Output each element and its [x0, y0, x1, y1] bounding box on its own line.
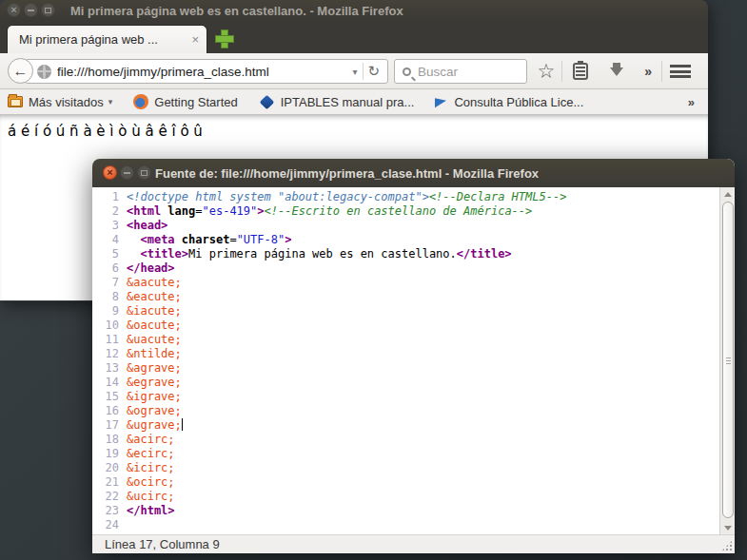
- navigation-toolbar: ← file:///home/jimmy/primera_clase.html …: [0, 53, 708, 89]
- line-number: 21: [92, 475, 119, 490]
- maximize-icon: [45, 8, 51, 13]
- scroll-down-icon[interactable]: [720, 521, 735, 534]
- wing-favicon: [435, 96, 446, 108]
- code-line: 22&ucirc;: [92, 490, 719, 504]
- code-line: 23</html>: [92, 504, 719, 518]
- url-bar[interactable]: file:///home/jimmy/primera_clase.html ▾ …: [25, 59, 388, 84]
- line-number: 6: [92, 261, 119, 276]
- tab-close-icon[interactable]: ×: [191, 32, 199, 47]
- code-line: 11&uacute;: [92, 333, 719, 347]
- maximize-button[interactable]: [137, 165, 151, 180]
- code-line: 19&ecirc;: [92, 447, 719, 461]
- code-text: &oacute;: [127, 319, 182, 333]
- syntax-tag: <meta: [140, 233, 174, 246]
- bookmark-iptables[interactable]: IPTABLES manual pra...: [259, 95, 415, 109]
- search-box[interactable]: Buscar: [394, 59, 527, 84]
- syntax-entity: &ograve;: [127, 404, 182, 417]
- new-tab-button[interactable]: [215, 29, 234, 48]
- code-text: &ugrave;: [127, 418, 183, 433]
- bookmark-label: Más visitados: [29, 95, 104, 109]
- code-text: </html>: [127, 504, 175, 518]
- scrollbar-thumb[interactable]: [722, 202, 734, 518]
- bookmark-consulta[interactable]: Consulta Pública Lice...: [435, 95, 583, 109]
- line-number: 7: [92, 276, 119, 290]
- back-button[interactable]: ←: [8, 58, 33, 84]
- code-text: <!doctype html system "about:legacy-comp…: [127, 190, 566, 204]
- code-line: 10&oacute;: [92, 319, 719, 333]
- bookmark-getting-started[interactable]: Getting Started: [133, 94, 237, 109]
- bookmark-label: Consulta Pública Lice...: [454, 95, 583, 109]
- line-number: 3: [92, 219, 119, 233]
- bookmarks-toolbar: Más visitados ▾ Getting Started IPTABLES…: [0, 89, 708, 115]
- bookmark-label: IPTABLES manual pra...: [281, 95, 415, 109]
- back-icon: ←: [13, 63, 29, 80]
- maximize-button[interactable]: [41, 3, 55, 17]
- syntax-tag: <title>: [140, 247, 188, 261]
- main-titlebar[interactable]: × Mi primera página web es en castellano…: [0, 0, 708, 21]
- syntax-entity: &acirc;: [127, 433, 175, 446]
- close-button[interactable]: ×: [103, 165, 117, 180]
- code-line: 9&iacute;: [92, 304, 719, 319]
- menu-icon[interactable]: [670, 65, 691, 78]
- scroll-up-icon[interactable]: [720, 187, 735, 201]
- line-number: 4: [92, 233, 119, 247]
- code-line: 2<html lang="es-419"><!--Escrito en cast…: [92, 204, 719, 219]
- code-text: <meta charset="UTF-8">: [127, 233, 291, 247]
- syntax-attr: charset: [182, 233, 230, 246]
- maximize-icon: [141, 170, 147, 176]
- window-title: Mi primera página web es en castellano. …: [70, 4, 403, 18]
- code-line: 8&eacute;: [92, 290, 719, 304]
- source-titlebar[interactable]: × Fuente de: file:///home/jimmy/primera_…: [92, 159, 735, 187]
- source-code[interactable]: 1<!doctype html system "about:legacy-com…: [92, 190, 719, 532]
- minimize-button[interactable]: [24, 3, 38, 17]
- code-text: &uacute;: [127, 333, 182, 347]
- syntax-tag: </head>: [127, 261, 175, 275]
- syntax-entity: &uacute;: [127, 333, 182, 346]
- reload-icon[interactable]: ↻: [363, 63, 387, 80]
- code-text: &agrave;: [127, 361, 182, 376]
- code-line: 4 <meta charset="UTF-8">: [92, 233, 719, 247]
- syntax-doctype: <!doctype html system "about:legacy-comp…: [127, 190, 429, 203]
- tab-active[interactable]: Mi primera página web ... ×: [7, 25, 207, 53]
- search-icon: [403, 68, 411, 76]
- tab-label: Mi primera página web ...: [19, 32, 186, 47]
- vertical-scrollbar[interactable]: [719, 187, 735, 534]
- code-text: <title>Mi primera página web es en caste…: [127, 247, 512, 261]
- code-line: 17&ugrave;: [92, 418, 719, 433]
- syntax-val: "UTF-8": [237, 233, 285, 246]
- downloads-icon[interactable]: [610, 68, 623, 76]
- source-view[interactable]: 1<!doctype html system "about:legacy-com…: [92, 187, 735, 534]
- code-text: &ograve;: [127, 404, 182, 418]
- code-text: &ocirc;: [127, 475, 175, 490]
- view-source-window: × Fuente de: file:///home/jimmy/primera_…: [92, 159, 735, 553]
- cube-favicon: [259, 94, 274, 109]
- bookmark-most-visited[interactable]: Más visitados ▾: [8, 95, 112, 109]
- code-line: 24: [92, 518, 719, 532]
- close-button[interactable]: ×: [7, 3, 21, 17]
- syntax-tag: >: [257, 204, 264, 218]
- bookmarks-overflow-icon[interactable]: »: [688, 95, 695, 109]
- syntax-entity: &iacute;: [127, 304, 182, 318]
- code-line: 16&ograve;: [92, 404, 719, 418]
- code-text: &egrave;: [127, 376, 182, 390]
- url-text[interactable]: file:///home/jimmy/primera_clase.html: [57, 65, 346, 79]
- separator: [661, 61, 662, 82]
- code-text: &acirc;: [127, 433, 175, 447]
- minimize-button[interactable]: [120, 165, 134, 180]
- url-dropdown-icon[interactable]: ▾: [346, 67, 363, 77]
- code-line: 1<!doctype html system "about:legacy-com…: [92, 190, 719, 204]
- syntax-comment: <!--Declara HTML5-->: [429, 190, 567, 203]
- toolbar-overflow-icon[interactable]: »: [635, 64, 661, 79]
- resize-grip[interactable]: [721, 540, 733, 551]
- bookmarks-menu-icon[interactable]: [573, 63, 588, 80]
- code-text: &aacute;: [127, 276, 182, 290]
- bookmark-star-icon[interactable]: ☆: [530, 60, 561, 83]
- code-text: &ecirc;: [127, 447, 175, 461]
- syntax-tag: >: [285, 233, 291, 246]
- syntax-entity: &ecirc;: [127, 447, 175, 460]
- line-number: 20: [92, 461, 119, 475]
- code-line: 14&egrave;: [92, 376, 719, 390]
- syntax-plain: =: [195, 204, 202, 218]
- syntax-entity: &ucirc;: [127, 490, 175, 503]
- line-number: 11: [92, 333, 119, 347]
